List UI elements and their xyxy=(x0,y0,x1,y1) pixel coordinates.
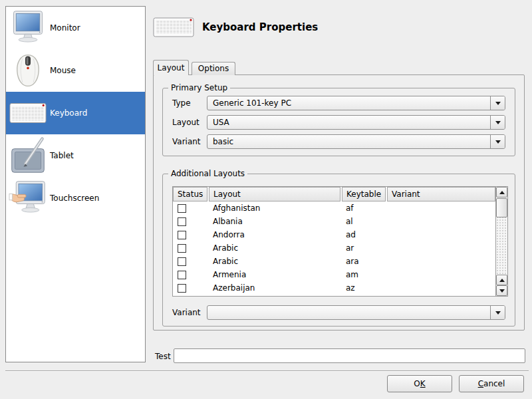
tab-options[interactable]: Options xyxy=(192,62,235,75)
vertical-scrollbar[interactable] xyxy=(495,187,507,296)
sidebar-item-keyboard[interactable]: Keyboard xyxy=(6,92,145,134)
sidebar-item-label: Tablet xyxy=(50,151,74,160)
layout-label: Layout xyxy=(172,118,207,127)
row-checkbox[interactable] xyxy=(178,244,186,253)
additional-layouts-group: Additional Layouts Status Layout Keytabl… xyxy=(162,169,515,327)
test-input[interactable] xyxy=(174,348,525,363)
chevron-down-icon[interactable] xyxy=(490,116,505,129)
keyboard-icon xyxy=(153,17,194,38)
cell-keytable: af xyxy=(342,203,386,213)
cell-keytable: ar xyxy=(342,243,386,253)
scroll-down-icon[interactable] xyxy=(496,285,507,296)
scroll-up-icon[interactable] xyxy=(496,187,507,198)
layout-value: USA xyxy=(207,118,229,127)
additional-variant-combobox[interactable] xyxy=(207,305,505,320)
cell-layout: Arabic xyxy=(209,257,340,266)
additional-layouts-table: Status Layout Keytable Variant Afghanist… xyxy=(172,186,508,297)
variant-row: Variant basic xyxy=(172,134,505,149)
column-header-status[interactable]: Status xyxy=(173,187,207,201)
chevron-down-icon[interactable] xyxy=(490,96,505,110)
tablet-icon xyxy=(6,135,50,176)
additional-variant-label: Variant xyxy=(172,308,207,317)
cell-layout: Azerbaijan xyxy=(209,283,340,293)
table-row[interactable]: Afghanistan af xyxy=(173,201,495,215)
sidebar-item-label: Mouse xyxy=(50,66,76,75)
row-checkbox[interactable] xyxy=(178,204,186,213)
table-row[interactable]: Andorra ad xyxy=(173,228,495,241)
chevron-down-icon[interactable] xyxy=(490,135,505,148)
scroll-up-icon[interactable] xyxy=(496,275,507,285)
sidebar-item-label: Keyboard xyxy=(50,108,87,118)
column-header-keytable[interactable]: Keytable xyxy=(342,187,386,201)
cell-keytable: az xyxy=(342,283,386,293)
cell-keytable: ara xyxy=(342,257,386,266)
layout-combobox[interactable]: USA xyxy=(207,115,505,130)
type-label: Type xyxy=(172,98,207,108)
layout-row: Layout USA xyxy=(172,115,505,130)
table-row[interactable]: Arabic ara xyxy=(173,255,495,268)
cancel-button[interactable]: Cancel xyxy=(459,375,524,392)
mouse-icon xyxy=(6,50,50,91)
test-label: Test xyxy=(155,352,171,361)
device-sidebar: Monitor Mouse xyxy=(5,6,146,362)
keyboard-icon xyxy=(6,92,50,134)
sidebar-item-tablet[interactable]: Tablet xyxy=(6,134,145,177)
variant-combobox[interactable]: basic xyxy=(207,134,505,149)
row-checkbox[interactable] xyxy=(178,284,186,293)
sidebar-item-monitor[interactable]: Monitor xyxy=(6,7,145,49)
bottom-separator xyxy=(5,370,529,372)
ok-button[interactable]: OK xyxy=(387,375,452,392)
column-header-variant[interactable]: Variant xyxy=(387,187,495,201)
row-checkbox[interactable] xyxy=(178,257,186,266)
sidebar-item-label: Monitor xyxy=(50,23,80,33)
cell-layout: Andorra xyxy=(209,230,340,239)
table-row[interactable]: Azerbaijan az xyxy=(173,281,495,295)
cell-layout: Arabic xyxy=(209,243,340,253)
cell-layout: Armenia xyxy=(209,270,340,279)
column-header-layout[interactable]: Layout xyxy=(209,187,340,201)
table-header: Status Layout Keytable Variant xyxy=(173,187,495,201)
scrollbar-bottom-buttons xyxy=(496,275,507,296)
sidebar-item-touchscreen[interactable]: Touchscreen xyxy=(6,177,145,219)
type-row: Type Generic 101-key PC xyxy=(172,96,505,110)
keyboard-properties-window: Monitor Mouse xyxy=(0,0,532,399)
table-row[interactable]: Armenia am xyxy=(173,268,495,281)
row-checkbox[interactable] xyxy=(178,231,186,239)
monitor-icon xyxy=(6,7,50,49)
additional-variant-row: Variant xyxy=(172,305,505,320)
variant-label: Variant xyxy=(172,137,207,146)
sidebar-item-label: Touchscreen xyxy=(50,194,99,203)
table-row[interactable]: Albania al xyxy=(173,215,495,228)
cell-layout: Afghanistan xyxy=(209,203,340,213)
layout-tab-panel: Primary Setup Type Generic 101-key PC La… xyxy=(153,74,525,331)
type-combobox[interactable]: Generic 101-key PC xyxy=(207,96,505,110)
row-checkbox[interactable] xyxy=(178,217,186,226)
page-title: Keyboard Properties xyxy=(202,21,318,33)
table-row[interactable]: Arabic ar xyxy=(173,241,495,255)
scrollbar-thumb[interactable] xyxy=(496,198,507,217)
cell-layout: Albania xyxy=(209,217,340,226)
type-value: Generic 101-key PC xyxy=(207,98,291,108)
primary-setup-group: Primary Setup Type Generic 101-key PC La… xyxy=(162,83,515,156)
table-body: Status Layout Keytable Variant Afghanist… xyxy=(173,187,495,296)
primary-setup-legend: Primary Setup xyxy=(168,83,230,92)
chevron-down-icon[interactable] xyxy=(490,306,505,319)
cell-keytable: al xyxy=(342,217,386,226)
cell-keytable: am xyxy=(342,270,386,279)
tab-layout[interactable]: Layout xyxy=(153,60,189,75)
variant-value: basic xyxy=(207,137,233,146)
row-checkbox[interactable] xyxy=(178,271,186,279)
cell-keytable: ad xyxy=(342,230,386,239)
sidebar-item-mouse[interactable]: Mouse xyxy=(6,49,145,92)
additional-layouts-legend: Additional Layouts xyxy=(168,169,247,178)
touchscreen-icon xyxy=(6,178,50,219)
